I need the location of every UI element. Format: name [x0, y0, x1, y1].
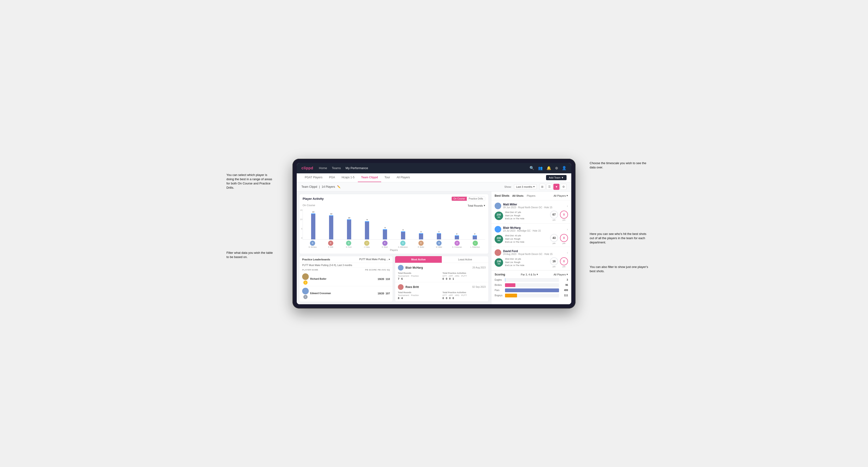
- lb-name-1: Richard Butler: [310, 278, 376, 280]
- pa-rounds-sub-1: Tournament Practice: [398, 275, 441, 277]
- chart-avatar-7: M: [430, 241, 448, 246]
- tab-hcaps[interactable]: Hcaps 1-5: [338, 173, 358, 182]
- bar-group-4: 5: [376, 209, 394, 239]
- shot-dist-2: Shot Dist: 16 yds: [505, 257, 548, 261]
- pa-date-2: 02 Sep 2023: [472, 286, 486, 288]
- add-team-button[interactable]: Add Team ▼: [546, 175, 566, 180]
- scoring-filter1[interactable]: Par 3, 4 & 5s ▾: [521, 273, 538, 276]
- left-column: Player Activity On Course Practice Drill…: [297, 191, 491, 304]
- bar-2[interactable]: [347, 219, 351, 239]
- shot-badge-1: 200 SG: [495, 235, 503, 243]
- shot-player-info-1: Blair McHarg 23 Jul 2023 · Ashridge GC ·…: [503, 226, 565, 232]
- shot-player-info-2: David Ford 24 Aug 2023 · Royal North Dev…: [503, 250, 565, 255]
- plus-circle-icon[interactable]: ⊕: [555, 166, 558, 170]
- players-tab[interactable]: Players: [526, 194, 536, 198]
- chart-section-label: On Course: [303, 204, 315, 207]
- sub-nav-right: Add Team ▼: [546, 175, 566, 180]
- best-shots-tabs: All Shots Players: [512, 194, 536, 198]
- stat-circle-dist-0: 67 yds: [550, 211, 558, 221]
- view-grid-btn[interactable]: ⊞: [539, 184, 545, 190]
- bar-9[interactable]: [473, 236, 477, 239]
- bell-icon[interactable]: 🔔: [547, 166, 551, 170]
- leaderboard-row: 1 Richard Butler 19/20 110: [299, 272, 393, 286]
- pa-header-1: Blair McHarg 26 Aug 2023: [398, 265, 486, 271]
- bar-group-7: 3: [430, 209, 448, 239]
- player-label-9: L. Robertson: [466, 246, 484, 248]
- scoring-bar-wrap-0: [505, 278, 559, 282]
- practice-drills-toggle[interactable]: Practice Drills: [467, 197, 485, 201]
- scoring-val-2: 499: [561, 289, 568, 291]
- scoring-val-1: 96: [561, 284, 568, 286]
- bar-3[interactable]: [365, 221, 369, 239]
- shot-end-2: End Lie: In The Hole: [505, 264, 548, 267]
- practice-dropdown[interactable]: PUTT Must Make Putting ... ▾: [359, 258, 390, 261]
- bar-6[interactable]: [419, 233, 423, 239]
- user-icon[interactable]: 👤: [562, 166, 566, 170]
- annotation-top-left: You can select which player is doing the…: [226, 173, 274, 190]
- all-shots-tab[interactable]: All Shots: [512, 194, 525, 198]
- pa-activities-sub-1: GTT APP ARG PUTT: [442, 275, 486, 277]
- bar-value-7: 3: [438, 231, 439, 233]
- nav-links: Home Teams My Performance: [319, 165, 368, 171]
- bar-0[interactable]: [311, 214, 315, 239]
- search-icon[interactable]: 🔍: [530, 166, 534, 170]
- bar-5[interactable]: [401, 231, 405, 239]
- tab-all-players[interactable]: All Players: [393, 173, 413, 182]
- scoring-label-2: Pars: [495, 289, 503, 291]
- least-active-tab[interactable]: Least Active: [442, 256, 489, 263]
- scoring-filter1-chevron: ▾: [536, 273, 538, 276]
- bar-4[interactable]: [383, 229, 387, 239]
- chart-dropdown[interactable]: Total Rounds ▾: [468, 204, 485, 207]
- nav-home[interactable]: Home: [319, 165, 327, 171]
- bar-7[interactable]: [437, 233, 441, 239]
- bar-group-8: 2: [448, 209, 466, 239]
- stat-circle-dist-2: 16 yds: [550, 257, 558, 268]
- main-content: Player Activity On Course Practice Drill…: [297, 191, 571, 304]
- bar-1[interactable]: [329, 215, 333, 239]
- nav-teams[interactable]: Teams: [332, 165, 341, 171]
- stat-circle-zero-unit-1: yds: [563, 242, 565, 244]
- view-list-btn[interactable]: ☰: [546, 184, 552, 190]
- shot-badge-2: 198 SG: [495, 258, 503, 267]
- shot-player-avatar-2: [495, 249, 501, 256]
- bar-value-2: 10: [348, 217, 350, 219]
- chart-dropdown-label: Total Rounds: [468, 204, 483, 207]
- scoring-filter2[interactable]: All Players ▾: [554, 273, 568, 276]
- lb-name-2: Edward Crossman: [310, 292, 376, 294]
- users-icon[interactable]: 👥: [538, 166, 543, 170]
- nav-myperformance[interactable]: My Performance: [346, 165, 368, 171]
- bar-8[interactable]: [455, 236, 459, 239]
- stat-circle-val-2: 16: [550, 257, 558, 266]
- edit-icon[interactable]: ✏️: [337, 185, 341, 188]
- bar-chart: 15 10 5 0 1312109543322 BRDJEGRMEL: [303, 209, 485, 251]
- all-players-dropdown[interactable]: All Players ▾: [554, 194, 568, 197]
- tab-tour[interactable]: Tour: [381, 173, 393, 182]
- view-settings-btn[interactable]: ⚙: [560, 184, 566, 190]
- shot-badge-sub-2: SG: [497, 263, 500, 265]
- scoring-label-3: Bogeys: [495, 294, 503, 297]
- most-active-tab[interactable]: Most Active: [395, 256, 442, 263]
- view-heart-btn[interactable]: ♥: [553, 184, 559, 190]
- shot-chevron-2[interactable]: ›: [567, 251, 568, 254]
- team-header-right: Show: Last 3 months ▾ ⊞ ☰ ♥ ⚙: [504, 184, 566, 190]
- scoring-bars: Eagles 3 Birdies 96 Pars 499 Bogeys 111: [495, 278, 568, 298]
- tab-pgat-players[interactable]: PGAT Players: [302, 173, 326, 182]
- time-period-label: Last 3 months: [516, 185, 532, 188]
- bar-group-1: 12: [322, 209, 340, 239]
- scoring-val-0: 3: [561, 279, 568, 281]
- best-shots-header: Best Shots All Shots Players All Players…: [491, 191, 571, 200]
- scoring-bar-wrap-2: [505, 288, 559, 292]
- shot-chevron-1[interactable]: ›: [567, 227, 568, 231]
- chart-avatar-9: L: [466, 241, 484, 246]
- shot-badge-val-1: 200: [497, 237, 501, 239]
- shot-details-0: Shot Dist: 67 yds Start Lie: Rough End L…: [505, 211, 548, 220]
- pa-date-1: 26 Aug 2023: [472, 266, 486, 269]
- y-label-10: 10: [299, 218, 302, 220]
- tab-pga[interactable]: PGA: [326, 173, 338, 182]
- shot-chevron-0[interactable]: ›: [567, 204, 568, 208]
- on-course-toggle[interactable]: On Course: [452, 197, 467, 201]
- shot-card-header-0: Matt Miller 09 Jun 2023 · Royal North De…: [495, 203, 568, 209]
- team-header: Team Clippd | 14 Players ✏️ Show: Last 3…: [297, 182, 571, 191]
- tab-team-clippd[interactable]: Team Clippd: [358, 173, 381, 182]
- time-selector[interactable]: Last 3 months ▾: [514, 184, 537, 189]
